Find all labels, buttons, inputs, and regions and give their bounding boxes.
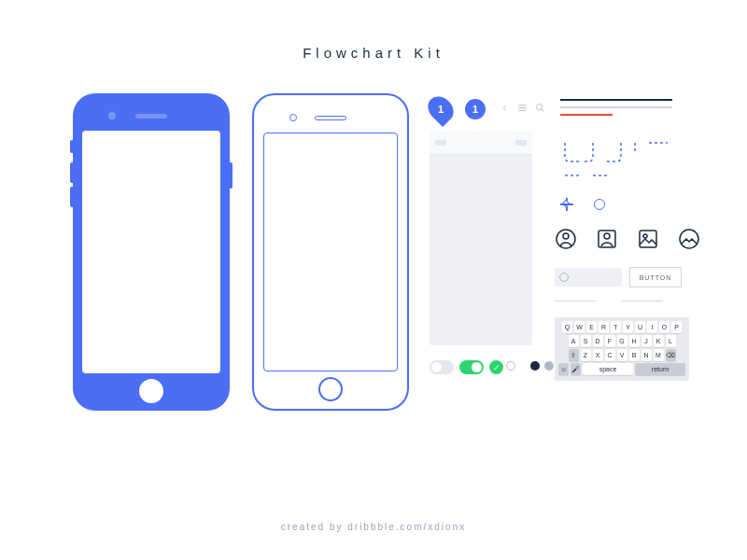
keyboard-key[interactable]: I (647, 321, 657, 333)
keyboard-key[interactable]: A (569, 335, 579, 347)
keyboard-key[interactable]: F (605, 335, 615, 347)
keyboard-key[interactable]: S (581, 335, 591, 347)
nav-icons (500, 103, 545, 113)
keyboard: QWERTYUIOP ASDFGHJKL ⇧ZXCVBNM⌫ ☺🎤spacere… (555, 317, 689, 381)
keyboard-key[interactable]: V (617, 349, 627, 361)
circle-marker-icon (594, 199, 605, 210)
keyboard-key[interactable]: Z (581, 349, 591, 361)
keyboard-key[interactable]: ⇧ (569, 349, 579, 361)
keyboard-key[interactable]: return (635, 363, 685, 375)
keyboard-key[interactable]: N (641, 349, 652, 361)
keyboard-key[interactable]: G (617, 335, 627, 347)
map-pin-icon: 1 (423, 91, 458, 127)
line-swatches (560, 99, 672, 121)
keyboard-key[interactable]: U (635, 321, 645, 333)
checkmark-icon: ✓ (489, 360, 503, 374)
screen-wireframe (430, 131, 532, 345)
keyboard-key[interactable]: space (583, 363, 633, 375)
keyboard-key[interactable]: ⌫ (666, 349, 676, 361)
crosshair-icon (560, 198, 573, 211)
svg-point-6 (643, 234, 647, 238)
keyboard-key[interactable]: B (629, 349, 640, 361)
phone-mockup-outline (252, 93, 409, 411)
phone-mockup-filled (73, 93, 230, 411)
dot-active[interactable] (530, 361, 540, 371)
keyboard-key[interactable]: 🎤 (571, 363, 581, 375)
menu-icon (517, 103, 528, 113)
svg-rect-5 (640, 231, 656, 247)
keyboard-key[interactable]: Y (623, 321, 633, 333)
keyboard-key[interactable]: ☺ (558, 363, 569, 375)
phone-screen (263, 133, 398, 371)
canvas: 1 1 ✓ (0, 93, 747, 504)
keyboard-key[interactable]: H (629, 335, 640, 347)
user-circle-icon (555, 228, 577, 250)
flow-markers (560, 198, 605, 211)
dot-inactive[interactable] (544, 361, 554, 371)
keyboard-key[interactable]: P (671, 321, 682, 333)
svg-point-4 (604, 233, 610, 239)
flow-connectors (560, 138, 682, 183)
svg-point-2 (563, 233, 569, 239)
button[interactable]: BUTTON (629, 267, 682, 287)
keyboard-key[interactable]: R (599, 321, 609, 333)
keyboard-key[interactable]: M (654, 349, 664, 361)
keyboard-key[interactable]: Q (562, 321, 572, 333)
keyboard-key[interactable]: K (654, 335, 664, 347)
toggle-on[interactable] (459, 360, 484, 374)
user-square-icon (596, 228, 618, 250)
radio-empty[interactable] (506, 361, 515, 371)
keyboard-key[interactable]: J (641, 335, 652, 347)
image-circle-icon (678, 228, 700, 250)
toggle-group: ✓ (430, 360, 503, 374)
keyboard-key[interactable]: D (593, 335, 603, 347)
back-arrow-icon (500, 103, 510, 113)
keyboard-key[interactable]: X (593, 349, 603, 361)
keyboard-key[interactable]: L (666, 335, 676, 347)
icon-set (555, 228, 700, 250)
page-title: Flowchart Kit (0, 0, 747, 61)
keyboard-key[interactable]: T (611, 321, 621, 333)
keyboard-key[interactable]: E (586, 321, 597, 333)
search-icon (535, 103, 545, 113)
svg-point-0 (536, 104, 542, 109)
image-icon (637, 228, 659, 250)
keyboard-key[interactable]: O (659, 321, 669, 333)
wireframe-header (430, 131, 532, 155)
keyboard-key[interactable]: W (574, 321, 585, 333)
toggle-off[interactable] (430, 360, 454, 374)
search-input[interactable] (555, 268, 622, 287)
phone-screen (82, 131, 220, 373)
home-button-icon (318, 377, 343, 401)
svg-point-7 (680, 230, 698, 248)
divider-set (555, 301, 663, 301)
footer-credit: created by dribbble.com/xdionx (0, 522, 747, 532)
home-button-icon (139, 379, 163, 403)
keyboard-key[interactable]: C (605, 349, 615, 361)
number-badge: 1 (465, 99, 486, 119)
